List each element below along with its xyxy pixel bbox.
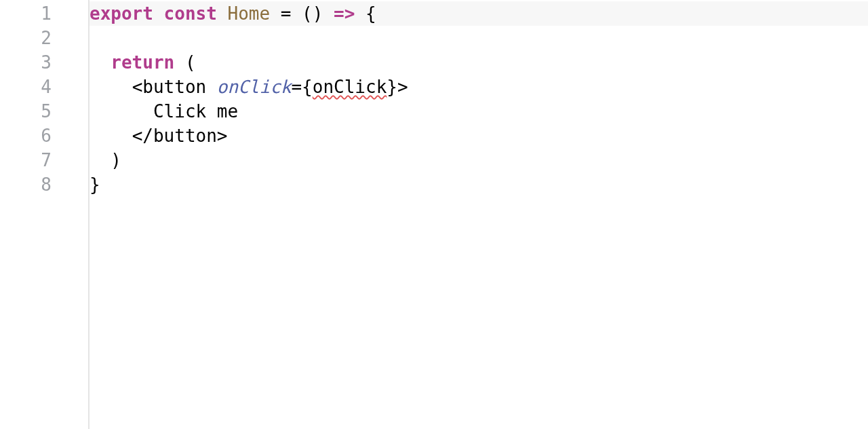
line-number: 6 <box>0 124 88 148</box>
line-number: 2 <box>0 26 88 50</box>
code-line-8[interactable]: } <box>90 172 868 197</box>
line-number: 4 <box>0 75 88 99</box>
jsx-attr-onclick: onClick <box>217 77 292 97</box>
code-editor[interactable]: 1 2 3 4 5 6 7 8 export const Home = () =… <box>0 0 868 429</box>
line-number: 1 <box>0 1 88 26</box>
error-identifier-onclick[interactable]: onClick <box>313 77 387 97</box>
keyword-return: return <box>111 52 174 73</box>
code-line-6[interactable]: </button> <box>90 124 868 148</box>
line-number-gutter: 1 2 3 4 5 6 7 8 <box>0 0 90 429</box>
line-number: 5 <box>0 99 88 124</box>
code-line-4[interactable]: <button onClick={onClick}> <box>90 75 868 99</box>
code-line-7[interactable]: ) <box>90 148 868 172</box>
code-line-1[interactable]: export const Home = () => { <box>90 1 868 26</box>
jsx-tag-button-close: button <box>153 126 217 146</box>
keyword-export: export <box>90 3 153 24</box>
code-line-3[interactable]: return ( <box>90 50 868 75</box>
code-content[interactable]: export const Home = () => { return ( <bu… <box>90 0 868 429</box>
line-number: 7 <box>0 148 88 172</box>
jsx-text: Click me <box>153 101 238 122</box>
jsx-tag-button: button <box>142 77 206 97</box>
code-line-2[interactable] <box>90 26 868 50</box>
code-line-5[interactable]: Click me <box>90 99 868 124</box>
function-name: Home <box>228 3 271 24</box>
line-number: 3 <box>0 50 88 75</box>
line-number: 8 <box>0 172 88 197</box>
keyword-const: const <box>164 3 217 24</box>
